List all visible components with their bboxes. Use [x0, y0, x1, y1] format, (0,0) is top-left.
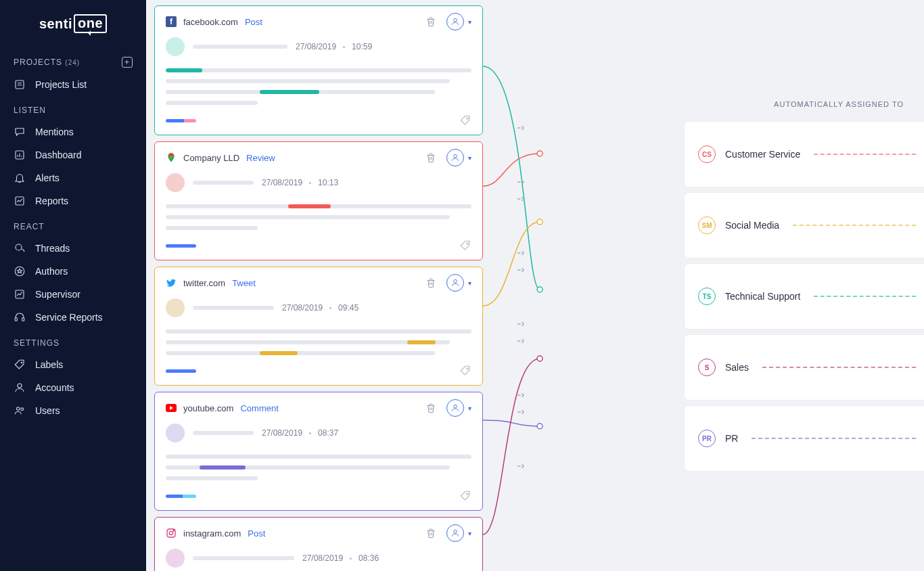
sidebar-item-authors[interactable]: Authors: [0, 260, 146, 283]
team-badge: PR: [698, 430, 716, 447]
delete-button[interactable]: [422, 13, 440, 30]
assign-button[interactable]: [446, 524, 464, 542]
supervisor-icon: [14, 288, 26, 300]
sidebar-item-label: Mentions: [35, 127, 74, 137]
sidebar-item-service-reports[interactable]: Service Reports: [0, 306, 146, 329]
feed-card[interactable]: ffacebook.comPost▾27/08/201910:59: [154, 5, 483, 135]
team-row: SSalesBotAgent: [685, 335, 924, 400]
sidebar-item-labels[interactable]: Labels: [0, 353, 146, 376]
post-kind: Review: [246, 153, 275, 163]
team-badge: S: [698, 359, 716, 376]
svg-point-10: [17, 407, 20, 411]
sidebar: senti one PROJECTS (24) + Projects List …: [0, 0, 146, 571]
post-kind: Tweet: [232, 278, 256, 288]
timestamp: 27/08/201910:59: [296, 42, 372, 51]
star-icon: [14, 265, 26, 277]
headset-icon: [14, 311, 26, 323]
feed-card[interactable]: instagram.comPost▾27/08/201908:36: [154, 517, 483, 571]
chevron-down-icon[interactable]: ▾: [468, 405, 471, 412]
sidebar-item-supervisor[interactable]: Supervisor: [0, 283, 146, 306]
sidebar-item-threads[interactable]: Threads: [0, 237, 146, 260]
assign-button[interactable]: [446, 274, 464, 292]
chevron-down-icon[interactable]: ▾: [468, 279, 471, 287]
list-icon: [14, 78, 26, 91]
sidebar-item-dashboard[interactable]: Dashboard: [0, 143, 146, 166]
feed-card[interactable]: twitter.comTweet▾27/08/201909:45: [154, 267, 483, 386]
chevron-down-icon[interactable]: ▾: [468, 530, 471, 537]
tag-icon[interactable]: [459, 114, 471, 127]
logo-left: senti: [39, 16, 72, 32]
team-row: TSTechnical SupportBotAgent: [685, 264, 924, 329]
team-card[interactable]: CSCustomer Service: [685, 122, 924, 187]
timestamp: 27/08/201908:36: [302, 553, 379, 563]
section-react: REACT: [0, 212, 146, 237]
svg-point-15: [454, 154, 457, 158]
assign-button[interactable]: [446, 13, 464, 30]
speech-icon: [14, 126, 26, 138]
facebook-icon: f: [166, 16, 177, 27]
source-name: youtube.com: [183, 403, 233, 413]
fork-arrows: -›-›: [519, 335, 544, 400]
assign-button[interactable]: [446, 399, 464, 417]
trend-icon: [14, 195, 26, 207]
add-project-button[interactable]: +: [122, 57, 133, 68]
sidebar-item-label: Projects List: [35, 79, 87, 90]
threads-icon: [14, 242, 26, 254]
source-name: instagram.com: [183, 528, 241, 539]
delete-button[interactable]: [422, 524, 440, 542]
feed-card[interactable]: youtube.comComment▾27/08/201908:37: [154, 392, 483, 511]
content-placeholder: [166, 204, 471, 230]
label-bar: [166, 244, 196, 248]
tag-icon[interactable]: [459, 365, 471, 377]
delete-button[interactable]: [422, 149, 440, 166]
sidebar-item-label: Accounts: [35, 382, 74, 393]
sidebar-item-label: Supervisor: [35, 289, 80, 300]
user-icon: [14, 382, 26, 394]
author-placeholder: [193, 45, 287, 49]
team-name: Technical Support: [725, 291, 800, 302]
sidebar-item-mentions[interactable]: Mentions: [0, 120, 146, 143]
main-area: ffacebook.comPost▾27/08/201910:59Company…: [146, 0, 924, 571]
feed-card[interactable]: Company LLDReview▾27/08/201910:13: [154, 141, 483, 260]
content-placeholder: [166, 329, 471, 355]
svg-rect-7: [22, 318, 24, 321]
sidebar-item-projects-list[interactable]: Projects List: [0, 73, 146, 96]
content-placeholder: [166, 455, 471, 480]
svg-point-13: [467, 118, 468, 119]
section-listen: LISTEN: [0, 96, 146, 120]
team-card[interactable]: SSales: [685, 335, 924, 400]
chart-icon: [14, 149, 26, 161]
chevron-down-icon[interactable]: ▾: [468, 18, 471, 26]
sidebar-item-label: Threads: [35, 243, 70, 254]
team-card[interactable]: SMSocial Media: [685, 193, 924, 258]
team-card[interactable]: TSTechnical Support: [685, 264, 924, 329]
sidebar-item-label: Alerts: [35, 173, 60, 183]
feed: ffacebook.comPost▾27/08/201910:59Company…: [154, 5, 483, 571]
sidebar-item-alerts[interactable]: Alerts: [0, 166, 146, 189]
avatar: [166, 37, 185, 56]
tag-icon[interactable]: [459, 239, 471, 252]
tag-icon[interactable]: [459, 490, 471, 502]
teams: CSCustomer ServiceBotAgentSMSocial Media…: [685, 122, 924, 471]
sidebar-item-accounts[interactable]: Accounts: [0, 376, 146, 399]
delete-button[interactable]: [422, 274, 440, 292]
label-bar: [166, 369, 196, 373]
svg-point-12: [454, 18, 457, 22]
team-badge: CS: [698, 145, 716, 163]
sidebar-item-users[interactable]: Users: [0, 399, 146, 422]
fork-arrows: -›-›: [519, 406, 544, 471]
sidebar-item-reports[interactable]: Reports: [0, 189, 146, 212]
delete-button[interactable]: [422, 399, 440, 417]
timestamp: 27/08/201908:37: [262, 428, 338, 438]
fork-arrows: -›-›: [519, 264, 544, 329]
twitter-icon: [166, 277, 177, 288]
sidebar-item-label: Service Reports: [35, 312, 103, 323]
svg-point-3: [16, 244, 22, 250]
avatar: [166, 173, 185, 192]
chevron-down-icon[interactable]: ▾: [468, 154, 471, 162]
sidebar-item-label: Authors: [35, 266, 68, 277]
assign-button[interactable]: [446, 149, 464, 166]
svg-point-17: [454, 279, 457, 283]
content-placeholder: [166, 68, 471, 105]
team-card[interactable]: PRPR: [685, 406, 924, 471]
